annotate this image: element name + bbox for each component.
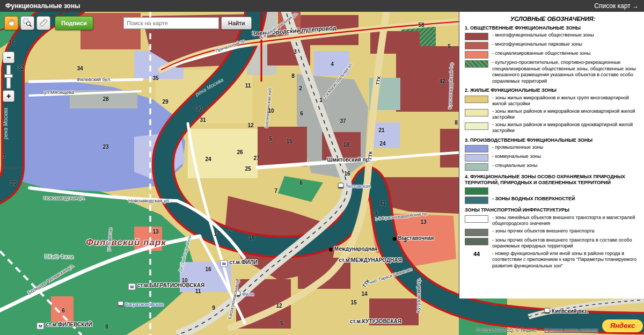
legend-item-label: - зоны прочих объектов внешнего транспор… xyxy=(488,237,641,250)
ruler-icon xyxy=(39,18,48,29)
zoom-in-button[interactable]: + xyxy=(3,90,14,102)
legend-title: УСЛОВНЫЕ ОБОЗНАЧЕНИЯ: xyxy=(465,16,641,22)
legend-item-label: - зоны жилых районов и микрорайонов одно… xyxy=(488,122,641,134)
legend-color-swatch xyxy=(465,154,488,162)
legend-color-swatch xyxy=(465,42,488,49)
legend-item-label: - номер функциональной или иной зоны в р… xyxy=(488,251,641,270)
legend-section-header: 4. ФУНКЦИОНАЛЬНЫЕ ЗОНЫ ОСОБО ОХРАНЯЕМЫХ … xyxy=(465,174,641,186)
legend-item: - многофункциональные парковые зоны xyxy=(465,41,641,49)
hand-icon xyxy=(6,18,16,29)
legend-color-swatch xyxy=(465,60,488,68)
labels-toggle-button[interactable]: Подписи xyxy=(55,16,93,30)
zoom-control: − + xyxy=(3,52,14,102)
legend-item-label: - коммунальные зоны xyxy=(488,154,541,160)
terms-link[interactable]: Условия использования xyxy=(544,327,598,333)
map-toolbar: Подписи xyxy=(4,16,93,30)
zoom-select-tool-button[interactable] xyxy=(20,16,34,30)
legend-item-label: - промышленные зоны xyxy=(488,144,543,151)
legend-item: - зоны жилых районов и микрорайонов мног… xyxy=(465,108,641,121)
map-list-link[interactable]: Список карт → xyxy=(594,2,639,10)
zoom-slider-track[interactable] xyxy=(6,65,11,89)
legend-item-label: - специальные зоны xyxy=(488,163,537,169)
ruler-tool-button[interactable] xyxy=(36,16,50,30)
legend-item: - зоны линейных объектов внешнего трансп… xyxy=(465,215,641,227)
zoom-out-button[interactable]: − xyxy=(3,52,14,63)
legend-item: - многофункциональные общественные зоны xyxy=(465,32,641,40)
legend-section-header: 3. ПРОИЗВОДСТВЕННЫЕ ФУНКЦИОНАЛЬНЫЕ ЗОНЫ xyxy=(465,137,641,143)
legend-color-swatch xyxy=(465,33,488,40)
legend-item-label: - многофункциональные общественные зоны xyxy=(488,32,594,39)
legend-color-swatch xyxy=(465,229,488,236)
legend-item-label: - культурно-просветительные, спортивно-р… xyxy=(488,60,641,84)
legend-item-label: - зоны линейных объектов внешнего трансп… xyxy=(488,215,641,227)
legend-zone-number: 44 xyxy=(465,251,488,257)
search-bar: Найти xyxy=(123,17,252,30)
legend-item-label: - ЗОНЫ ВОДНЫХ ПОВЕРХНОСТЕЙ xyxy=(488,196,575,202)
legend-item-label: - зоны прочих объектов внешнего транспор… xyxy=(488,228,595,235)
magnifier-select-icon xyxy=(23,18,32,29)
legend-color-swatch xyxy=(465,163,488,171)
legend-item: - зоны жилых микрорайонов и жилых групп … xyxy=(465,95,641,107)
pan-tool-button[interactable] xyxy=(4,16,18,30)
legend-item: 44- номер функциональной или иной зоны в… xyxy=(465,251,641,270)
legend-item-label: - зоны жилых микрорайонов и жилых групп … xyxy=(488,95,641,107)
legend-item: - специализированные общественные зоны xyxy=(465,50,641,59)
legend-item-label: - зоны жилых районов и микрорайонов мног… xyxy=(488,108,641,121)
zoom-slider-handle[interactable] xyxy=(4,74,13,78)
legend-item: - зоны прочих объектов внешнего транспор… xyxy=(465,228,641,236)
legend-item: - ЗОНЫ ВОДНЫХ ПОВЕРХНОСТЕЙ xyxy=(465,196,641,204)
legend-item xyxy=(465,187,641,195)
legend-item: - культурно-просветительные, спортивно-р… xyxy=(465,60,641,84)
search-button[interactable]: Найти xyxy=(221,17,252,30)
legend-item: - коммунальные зоны xyxy=(465,154,641,162)
legend-color-swatch xyxy=(465,238,488,245)
search-input[interactable] xyxy=(123,17,219,29)
legend-item: - специальные зоны xyxy=(465,163,641,171)
legend-color-swatch xyxy=(465,187,488,195)
map-application: Звенигородский путепроводШмитовский пр.р… xyxy=(0,0,644,335)
top-bar: Функциональные зоны Список карт → xyxy=(0,0,644,12)
copyright-text: © 2013 NAVTEQ, © Яндекс — xyxy=(477,327,543,333)
legend-item: - зоны жилых районов и микрорайонов одно… xyxy=(465,122,641,134)
legend-color-swatch xyxy=(465,51,488,59)
legend-color-swatch xyxy=(465,196,488,204)
legend-item-label: - многофункциональные парковые зоны xyxy=(488,41,582,48)
legend-sections: 1. ОБЩЕСТВЕННЫЕ ФУНКЦИОНАЛЬНЫЕ ЗОНЫ- мно… xyxy=(465,25,641,269)
legend-color-swatch xyxy=(465,215,488,223)
legend-item: - промышленные зоны xyxy=(465,144,641,152)
legend-section-header: ЗОНЫ ТРАНСПОРТНОЙ ИНФРАСТРУКТУРЫ xyxy=(465,207,641,213)
legend-item-label: - специализированные общественные зоны xyxy=(488,50,590,57)
legend-color-swatch xyxy=(465,96,488,103)
legend-section-header: 1. ОБЩЕСТВЕННЫЕ ФУНКЦИОНАЛЬНЫЕ ЗОНЫ xyxy=(465,25,641,31)
legend-color-swatch xyxy=(465,145,488,152)
legend-color-swatch xyxy=(465,109,488,116)
page-title: Функциональные зоны xyxy=(5,2,80,10)
yandex-logo: Яндекс xyxy=(602,319,643,332)
legend-panel: УСЛОВНЫЕ ОБОЗНАЧЕНИЯ: 1. ОБЩЕСТВЕННЫЕ ФУ… xyxy=(459,12,644,298)
legend-section-header: 2. ЖИЛЫЕ ФУНКЦИОНАЛЬНЫЕ ЗОНЫ xyxy=(465,88,641,93)
legend-color-swatch xyxy=(465,122,488,130)
legend-item: - зоны прочих объектов внешнего транспор… xyxy=(465,237,641,250)
copyright-bar: © 2013 NAVTEQ, © Яндекс — Условия исполь… xyxy=(477,327,598,333)
